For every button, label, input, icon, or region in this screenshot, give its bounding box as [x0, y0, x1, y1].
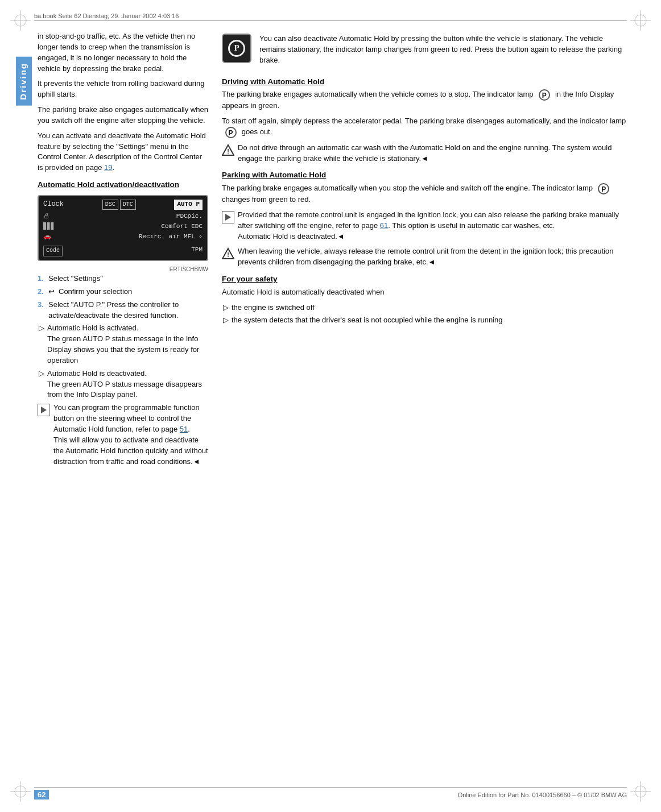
footer-bar: 62 Online Edition for Part No. 014001566…	[34, 787, 627, 799]
image-caption: ERTISCHBMW	[38, 266, 208, 274]
safety-item-1: ▷ the engine is switched off	[223, 303, 627, 313]
arrow-text-2: Automatic Hold is deactivated.The green …	[47, 368, 208, 401]
left-column: in stop-and-go traffic, etc. As the vehi…	[38, 31, 208, 781]
header-text: ba.book Seite 62 Dienstag, 29. Januar 20…	[34, 13, 179, 19]
display-tpm: TPM	[191, 246, 203, 255]
section3-heading: Parking with Automatic Hold	[222, 169, 627, 181]
svg-marker-12	[41, 407, 47, 413]
link-page61[interactable]: 61	[380, 221, 388, 230]
arrow-sym-2: ▷	[39, 368, 44, 401]
step2-num: 2.	[38, 287, 46, 297]
page-number: 62	[34, 790, 49, 799]
intro-p4: You can activate and deactivate the Auto…	[38, 131, 208, 173]
arrow-bullet-1: ▷ Automatic Hold is activated.The green …	[39, 323, 208, 366]
display-pdc: PDCpic.	[176, 212, 203, 221]
section2-p1: The parking brake engages automatically …	[222, 89, 627, 111]
p-indicator-icon-1: P	[539, 89, 550, 101]
autop-p-symbol: P	[228, 40, 245, 57]
display-comfort: Comfort EDC	[161, 222, 203, 231]
page-container: ba.book Seite 62 Dienstag, 29. Januar 20…	[0, 0, 661, 812]
arrow-text-1: Automatic Hold is activated.The green AU…	[47, 323, 208, 366]
svg-text:!: !	[227, 251, 229, 258]
display-icon-car: 🚗	[43, 233, 51, 242]
display-icon-printer: 🖨	[43, 212, 49, 221]
display-row-bars: ▊▊▊ Comfort EDC	[43, 222, 203, 232]
safety-text-1: the engine is switched off	[232, 303, 315, 313]
display-code: Code	[43, 246, 63, 256]
display-icon-bars: ▊▊▊	[43, 222, 55, 231]
section4-heading: For your safety	[222, 274, 627, 285]
step1-text: Select "Settings"	[48, 274, 103, 284]
safety-arrow-2: ▷	[223, 315, 229, 326]
display-row-recirc: 🚗 Recirc. air MFL ✧	[43, 232, 203, 242]
intro-p1: in stop-and-go traffic, etc. As the vehi…	[38, 31, 208, 74]
right-column: P You can also deactivate Automatic Hold…	[222, 31, 627, 781]
note1-text: You can program the programmable functio…	[53, 403, 208, 467]
warning1-text: Do not drive through an automatic car wa…	[238, 143, 627, 164]
warning2-text: When leaving the vehicle, always release…	[238, 246, 627, 268]
corner-bl	[10, 781, 31, 802]
note-box-1: You can program the programmable functio…	[38, 403, 208, 467]
display-dsc: DSC	[102, 200, 118, 210]
display-auto-p: AUTO P	[174, 200, 203, 210]
corner-tr	[630, 10, 651, 31]
autop-image-box: P	[222, 34, 251, 68]
warning-box-2: ! When leaving the vehicle, always relea…	[222, 246, 627, 268]
section4-p1: Automatic Hold is automatically deactiva…	[222, 287, 627, 298]
display-bottom-row: Code TPM	[43, 244, 203, 256]
section3-p1: The parking brake engages automatically …	[222, 183, 627, 205]
arrow-bullet-2: ▷ Automatic Hold is deactivated.The gree…	[39, 368, 208, 401]
intro-p3: The parking brake also engages automatic…	[38, 105, 208, 126]
link-page19[interactable]: 19	[104, 163, 112, 172]
display-recirc: Recirc. air MFL ✧	[139, 233, 203, 242]
step-2: 2. ↩ Confirm your selection	[38, 287, 208, 297]
warning-icon-1: !	[222, 144, 234, 156]
note2-text: Provided that the remote control unit is…	[238, 210, 627, 242]
safety-text-2: the system detects that the driver's sea…	[232, 315, 503, 326]
controller-icon: ↩	[48, 287, 55, 297]
note-box-2: Provided that the remote control unit is…	[222, 210, 627, 242]
deactivate-note-box: P You can also deactivate Automatic Hold…	[222, 34, 627, 71]
display-row-icons: 🖨 PDCpic.	[43, 212, 203, 222]
driving-tab: Driving	[16, 57, 32, 106]
step2-text: Confirm your selection	[59, 287, 132, 297]
arrow-sym-1: ▷	[39, 323, 44, 366]
intro-p2: It prevents the vehicle from rolling bac…	[38, 78, 208, 100]
step1-num: 1.	[38, 274, 46, 284]
display-top-row: Clock DSC DTC AUTO P	[43, 200, 203, 210]
display-dsc-dtc: DSC DTC	[102, 200, 136, 210]
display-dtc: DTC	[120, 200, 136, 210]
section2-p2: To start off again, simply depress the a…	[222, 116, 627, 138]
p-indicator-icon-3: P	[598, 183, 609, 194]
corner-tl	[10, 10, 31, 31]
section2-heading: Driving with Automatic Hold	[222, 76, 627, 88]
deactivate-note-text: You can also deactivate Automatic Hold b…	[259, 34, 623, 66]
step3-num: 3.	[38, 300, 46, 321]
svg-text:!: !	[227, 148, 229, 155]
corner-br	[630, 781, 651, 802]
instrument-display: Clock DSC DTC AUTO P 🖨 PDCpic. ▊▊▊ Comfo…	[38, 195, 208, 261]
warning-icon-2: !	[222, 247, 234, 260]
safety-arrow-1: ▷	[223, 303, 229, 313]
display-clock: Clock	[43, 200, 64, 209]
step3-text: Select "AUTO P." Press the controller to…	[48, 300, 208, 321]
section1-heading: Automatic Hold activation/deactivation	[38, 179, 208, 190]
autop-image: P	[222, 34, 251, 63]
link-page51[interactable]: 51	[180, 425, 188, 433]
autop-circle: P	[228, 40, 245, 57]
header-bar: ba.book Seite 62 Dienstag, 29. Januar 20…	[34, 13, 627, 21]
p-indicator-icon-2: P	[225, 127, 237, 138]
step-3: 3. Select "AUTO P." Press the controller…	[38, 300, 208, 321]
safety-item-2: ▷ the system detects that the driver's s…	[223, 315, 627, 326]
warning-box-1: ! Do not drive through an automatic car …	[222, 143, 627, 164]
play-icon	[38, 404, 50, 416]
svg-marker-15	[225, 214, 231, 221]
main-content: in stop-and-go traffic, etc. As the vehi…	[38, 31, 627, 781]
step-1: 1. Select "Settings"	[38, 274, 208, 284]
play-icon-2	[222, 211, 234, 223]
footer-right: Online Edition for Part No. 01400156660 …	[458, 792, 627, 798]
